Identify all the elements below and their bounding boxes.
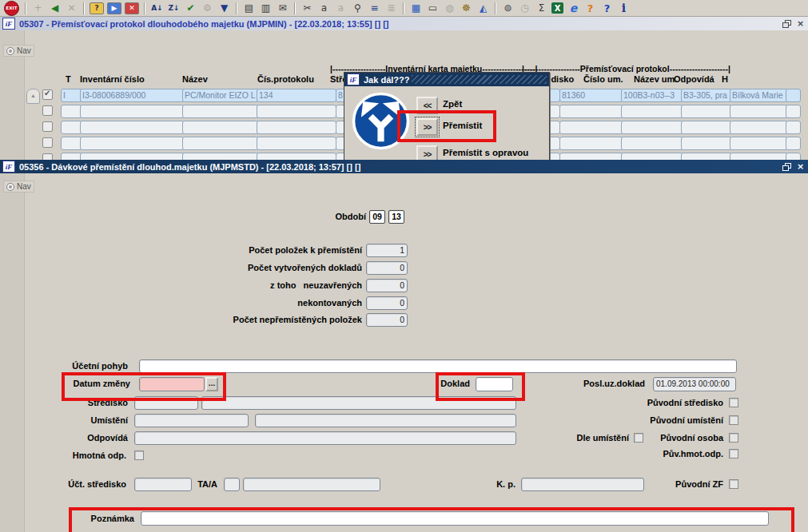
row-select-checkbox[interactable] — [42, 89, 53, 100]
odpovida-field[interactable] — [134, 431, 516, 445]
cancel-query-icon[interactable]: ✕ — [125, 2, 139, 14]
row-select-checkbox[interactable] — [42, 121, 53, 132]
table-cell-empty[interactable] — [80, 105, 185, 118]
nav-radio-window1[interactable]: Nav — [3, 45, 34, 57]
cell-inventarni-cislo[interactable]: I3-08006889/000 — [80, 89, 185, 102]
mail-icon[interactable]: ✉ — [274, 1, 291, 16]
table-cell-empty[interactable] — [559, 137, 623, 150]
list-values-icon[interactable]: ≡ — [366, 1, 383, 16]
table-cell-empty[interactable] — [182, 137, 259, 150]
table-cell-empty[interactable] — [61, 121, 82, 134]
stredisko-field[interactable] — [134, 396, 198, 410]
table-cell-empty[interactable] — [61, 105, 82, 118]
zoom-document-icon[interactable]: ⚲ — [349, 1, 366, 16]
taa-nazev-field[interactable] — [243, 478, 380, 491]
table-cell-empty[interactable] — [257, 105, 336, 118]
table-cell-empty[interactable] — [786, 105, 801, 118]
uct-stredisko-field[interactable] — [134, 478, 192, 491]
datum-zmeny-field[interactable] — [139, 377, 205, 391]
table-cell-empty[interactable] — [257, 121, 336, 134]
helm-icon[interactable]: ☸ — [458, 1, 475, 16]
cell-protokol-odpovida[interactable]: Bílková Marie — [730, 89, 788, 102]
poznamka-field[interactable] — [141, 511, 769, 526]
cell-cis-protokolu[interactable]: 134 — [257, 89, 336, 102]
previous-block-icon[interactable]: ◀ — [46, 1, 63, 16]
obdobi-year-field[interactable]: 13 — [388, 210, 404, 224]
table-cell-empty[interactable] — [182, 121, 259, 134]
table-cell-empty[interactable] — [621, 105, 683, 118]
restore-icon[interactable] — [782, 162, 792, 172]
taa-field[interactable] — [224, 478, 240, 491]
find-person-icon[interactable]: ⊚ — [500, 1, 516, 16]
cell-protokol-stredisko[interactable]: 81360 — [559, 89, 623, 102]
puvodni-zf-checkbox[interactable] — [729, 479, 738, 489]
hierarchy-icon[interactable]: ≣ — [383, 1, 400, 16]
sort-descending-icon[interactable]: Z↓ — [165, 1, 182, 16]
row-select-checkbox[interactable] — [42, 105, 53, 116]
table-cell-empty[interactable] — [730, 137, 788, 150]
clipboard-calendar-icon[interactable]: ▦ — [408, 1, 424, 16]
table-cell-empty[interactable] — [786, 137, 801, 150]
puv-hmot-odp-checkbox[interactable] — [729, 449, 738, 459]
excel-export-icon[interactable]: X — [551, 2, 563, 14]
table-cell-empty[interactable] — [621, 137, 683, 150]
ucetni-pohyb-field[interactable] — [139, 359, 737, 373]
back-button-label[interactable]: Zpět — [443, 99, 462, 109]
table-cell-empty[interactable] — [730, 121, 788, 134]
table-cell-empty[interactable] — [80, 137, 185, 150]
umisteni-field[interactable] — [134, 414, 249, 427]
table-cell-empty[interactable] — [257, 137, 336, 150]
close-icon[interactable]: × — [795, 19, 806, 29]
cell-nazev[interactable]: PC/Monitor EIZO L — [182, 89, 259, 102]
paste-text-icon[interactable]: a — [332, 1, 349, 16]
cell-protokol-nazev-um[interactable]: B3-305, pra — [681, 89, 732, 102]
insert-record-icon[interactable]: + — [30, 1, 46, 16]
print-setup-icon[interactable]: ▥ — [257, 1, 274, 16]
table-cell-empty[interactable] — [681, 137, 732, 150]
edit-note-icon[interactable]: ▭ — [424, 1, 441, 16]
table-cell-empty[interactable] — [621, 121, 683, 134]
clock-icon[interactable]: ◷ — [516, 1, 533, 16]
premistit-s-opravou-button-label[interactable]: Přemístit s opravou — [443, 148, 528, 157]
hmotna-odp-checkbox[interactable] — [134, 451, 144, 460]
table-cell-empty[interactable] — [182, 105, 259, 118]
table-cell-empty[interactable] — [786, 121, 801, 134]
sort-ascending-icon[interactable]: A↓ — [149, 1, 165, 16]
table-cell-empty[interactable] — [681, 121, 732, 134]
scroll-up-icon[interactable]: ▲ — [26, 89, 40, 104]
cut-icon[interactable]: ✂ — [299, 1, 316, 16]
row-select-checkbox[interactable] — [42, 137, 53, 148]
sum-icon[interactable]: Σ — [533, 1, 550, 16]
cell-protokol-h[interactable] — [786, 89, 801, 102]
enter-query-icon[interactable]: ? — [90, 2, 104, 14]
table-cell-empty[interactable] — [559, 105, 623, 118]
info-icon[interactable]: i — [615, 1, 632, 16]
commit-icon[interactable]: ✔ — [182, 1, 199, 16]
stredisko-nazev-field[interactable] — [201, 396, 516, 410]
filter-icon[interactable]: ▼ — [216, 1, 233, 16]
exit-button[interactable]: EXIT — [4, 1, 19, 16]
obdobi-month-field[interactable]: 09 — [369, 210, 385, 224]
puvodni-stredisko-checkbox[interactable] — [729, 398, 738, 407]
doklad-field[interactable] — [476, 377, 513, 391]
copy-text-icon[interactable]: a — [316, 1, 332, 16]
scene-view-icon[interactable]: ◭ — [475, 1, 492, 16]
premistit-button[interactable]: >> — [416, 118, 438, 136]
web-globe-icon[interactable]: ◍ — [441, 1, 458, 16]
help-icon[interactable]: ? — [599, 1, 615, 16]
tools-icon[interactable]: ⚙ — [199, 1, 216, 16]
table-cell-empty[interactable] — [80, 121, 185, 134]
nav-radio-window2[interactable]: Nav — [3, 181, 34, 193]
datum-zmeny-picker-button[interactable]: … — [205, 377, 218, 391]
table-cell-empty[interactable] — [681, 105, 732, 118]
back-button[interactable]: << — [416, 97, 438, 114]
kp-field[interactable] — [521, 478, 644, 491]
execute-query-icon[interactable]: ▶ — [107, 2, 121, 14]
puvodni-osoba-checkbox[interactable] — [729, 433, 738, 443]
puvodni-umisteni-checkbox[interactable] — [729, 415, 738, 425]
premistit-button-label[interactable]: Přemístit — [443, 121, 482, 130]
umisteni-nazev-field[interactable] — [255, 414, 516, 427]
close-icon[interactable]: × — [795, 162, 806, 172]
dle-umisteni-checkbox[interactable] — [634, 433, 643, 443]
browser-icon[interactable]: e — [565, 1, 582, 16]
